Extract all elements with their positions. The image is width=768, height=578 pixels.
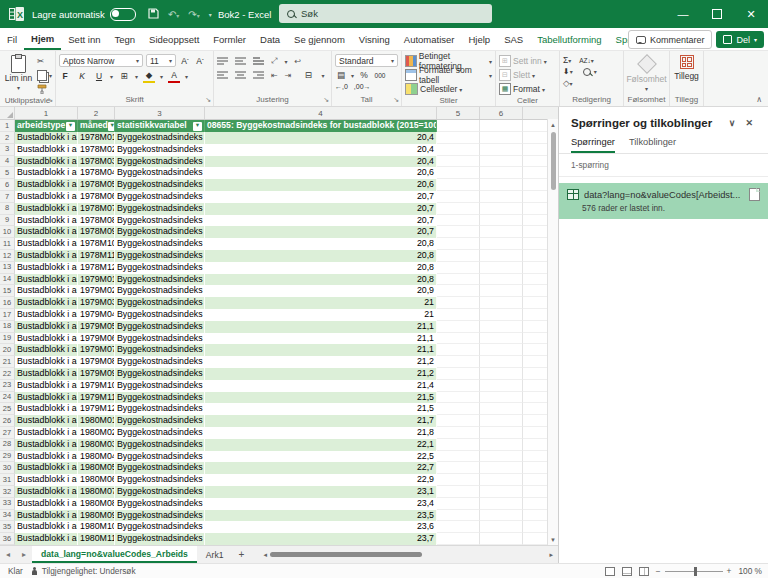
- cell-maned[interactable]: 1979M02: [78, 285, 115, 297]
- empty-cell[interactable]: [437, 368, 480, 380]
- cell-indeksverdi[interactable]: 20,8: [205, 250, 437, 262]
- empty-cell[interactable]: [480, 403, 523, 415]
- empty-cell[interactable]: [480, 274, 523, 286]
- cell-arbeidstype[interactable]: Bustadblokk i alt: [15, 344, 78, 356]
- cell-statistikkvariabel[interactable]: Byggekostnadsindeks: [115, 403, 205, 415]
- cell-maned[interactable]: 1978M01: [78, 132, 115, 144]
- maximize-button[interactable]: [700, 0, 734, 28]
- cell-arbeidstype[interactable]: Bustadblokk i alt: [15, 451, 78, 463]
- addins-button[interactable]: Tillegg: [673, 54, 700, 81]
- empty-cell[interactable]: [480, 427, 523, 439]
- cell-arbeidstype[interactable]: Bustadblokk i alt: [15, 403, 78, 415]
- row-number[interactable]: 9: [0, 215, 15, 227]
- cell-indeksverdi[interactable]: 21,5: [205, 392, 437, 404]
- wrap-text-icon[interactable]: ↩: [294, 57, 301, 66]
- close-button[interactable]: ✕: [734, 0, 768, 28]
- empty-cell[interactable]: [437, 179, 480, 191]
- clear-button[interactable]: ◇▾: [563, 78, 573, 88]
- comments-button[interactable]: Kommentarer: [628, 30, 713, 49]
- empty-cell[interactable]: [480, 462, 523, 474]
- cell-arbeidstype[interactable]: Bustadblokk i alt: [15, 380, 78, 392]
- empty-cell[interactable]: [437, 427, 480, 439]
- cell-statistikkvariabel[interactable]: Byggekostnadsindeks: [115, 451, 205, 463]
- find-select-button[interactable]: ▾: [583, 68, 597, 76]
- font-size-select[interactable]: 11▾: [146, 54, 176, 67]
- empty-cell[interactable]: [480, 262, 523, 274]
- row-number[interactable]: 23: [0, 380, 15, 392]
- cell-statistikkvariabel[interactable]: Byggekostnadsindeks: [115, 297, 205, 309]
- empty-cell[interactable]: [437, 167, 480, 179]
- empty-cell[interactable]: [437, 439, 480, 451]
- cell-arbeidstype[interactable]: Bustadblokk i alt: [15, 533, 78, 545]
- cell-maned[interactable]: 1978M05: [78, 179, 115, 191]
- tab-automatiser[interactable]: Automatiser: [397, 28, 462, 50]
- empty-cell[interactable]: [437, 462, 480, 474]
- select-all-corner[interactable]: [0, 107, 15, 119]
- empty-cell[interactable]: [437, 215, 480, 227]
- cell-indeksverdi[interactable]: 22,7: [205, 462, 437, 474]
- cell-statistikkvariabel[interactable]: Byggekostnadsindeks: [115, 333, 205, 345]
- row-number[interactable]: 3: [0, 144, 15, 156]
- zoom-slider[interactable]: [694, 567, 697, 576]
- cell-indeksverdi[interactable]: 21,7: [205, 415, 437, 427]
- cell-arbeidstype[interactable]: Bustadblokk i alt: [15, 285, 78, 297]
- empty-cell[interactable]: [480, 321, 523, 333]
- cell-maned[interactable]: 1979M10: [78, 380, 115, 392]
- clipboard-dialog-launcher[interactable]: ↘: [47, 96, 53, 104]
- cell-statistikkvariabel[interactable]: Byggekostnadsindeks: [115, 321, 205, 333]
- worksheet-peek-icon[interactable]: [749, 188, 760, 201]
- column-header-2[interactable]: 2: [78, 107, 115, 119]
- autosum-button[interactable]: Σ▾: [563, 55, 571, 65]
- cell-statistikkvariabel[interactable]: Byggekostnadsindeks: [115, 144, 205, 156]
- cell-arbeidstype[interactable]: Bustadblokk i alt: [15, 238, 78, 250]
- cell-maned[interactable]: 1980M05: [78, 462, 115, 474]
- empty-cell[interactable]: [437, 226, 480, 238]
- cell-arbeidstype[interactable]: Bustadblokk i alt: [15, 297, 78, 309]
- hscroll-left-icon[interactable]: ◂: [261, 551, 271, 559]
- empty-cell[interactable]: [480, 498, 523, 510]
- row-number[interactable]: 17: [0, 309, 15, 321]
- cell-indeksverdi[interactable]: 21: [205, 309, 437, 321]
- page-break-view-icon[interactable]: [639, 567, 649, 576]
- empty-cell[interactable]: [480, 333, 523, 345]
- cell-arbeidstype[interactable]: Bustadblokk i alt: [15, 250, 78, 262]
- cell-indeksverdi[interactable]: 20,4: [205, 132, 437, 144]
- cell-maned[interactable]: 1980M09: [78, 510, 115, 522]
- row-number[interactable]: 7: [0, 191, 15, 203]
- cell-indeksverdi[interactable]: 23,4: [205, 498, 437, 510]
- alignment-dialog-launcher[interactable]: ↘: [323, 96, 329, 104]
- row-number[interactable]: 25: [0, 403, 15, 415]
- cell-indeksverdi[interactable]: 22,9: [205, 474, 437, 486]
- cell-arbeidstype[interactable]: Bustadblokk i alt: [15, 274, 78, 286]
- cell-statistikkvariabel[interactable]: Byggekostnadsindeks: [115, 439, 205, 451]
- empty-cell[interactable]: [437, 392, 480, 404]
- align-bottom-icon[interactable]: [253, 57, 264, 65]
- align-center-icon[interactable]: [235, 71, 246, 79]
- row-number[interactable]: 8: [0, 203, 15, 215]
- increase-decimal-button[interactable]: ←,0: [335, 83, 348, 90]
- cell-statistikkvariabel[interactable]: Byggekostnadsindeks: [115, 368, 205, 380]
- row-number[interactable]: 16: [0, 297, 15, 309]
- sheet-nav-left-icon[interactable]: ◂: [0, 546, 16, 563]
- font-color-button[interactable]: A: [168, 69, 180, 83]
- decrease-decimal-button[interactable]: ,00→: [354, 83, 371, 90]
- cell-indeksverdi[interactable]: 23,5: [205, 510, 437, 522]
- cell-arbeidstype[interactable]: Bustadblokk i alt: [15, 356, 78, 368]
- column-header-6[interactable]: 6: [480, 107, 523, 119]
- cell-maned[interactable]: 1979M05: [78, 321, 115, 333]
- cell-maned[interactable]: 1980M08: [78, 498, 115, 510]
- cell-arbeidstype[interactable]: Bustadblokk i alt: [15, 333, 78, 345]
- row-number[interactable]: 34: [0, 510, 15, 522]
- fill-button[interactable]: ⬇▾: [563, 67, 573, 76]
- cell-arbeidstype[interactable]: Bustadblokk i alt: [15, 321, 78, 333]
- cell-arbeidstype[interactable]: Bustadblokk i alt: [15, 427, 78, 439]
- cell-indeksverdi[interactable]: 20,7: [205, 191, 437, 203]
- grow-font-button[interactable]: Aˆ: [179, 55, 191, 67]
- percent-style-button[interactable]: %: [358, 69, 370, 81]
- row-number[interactable]: 11: [0, 238, 15, 250]
- cell-statistikkvariabel[interactable]: Byggekostnadsindeks: [115, 215, 205, 227]
- empty-cell[interactable]: [480, 156, 523, 168]
- empty-cell[interactable]: [480, 486, 523, 498]
- cell-statistikkvariabel[interactable]: Byggekostnadsindeks: [115, 392, 205, 404]
- filter-icon[interactable]: ▼: [66, 122, 75, 131]
